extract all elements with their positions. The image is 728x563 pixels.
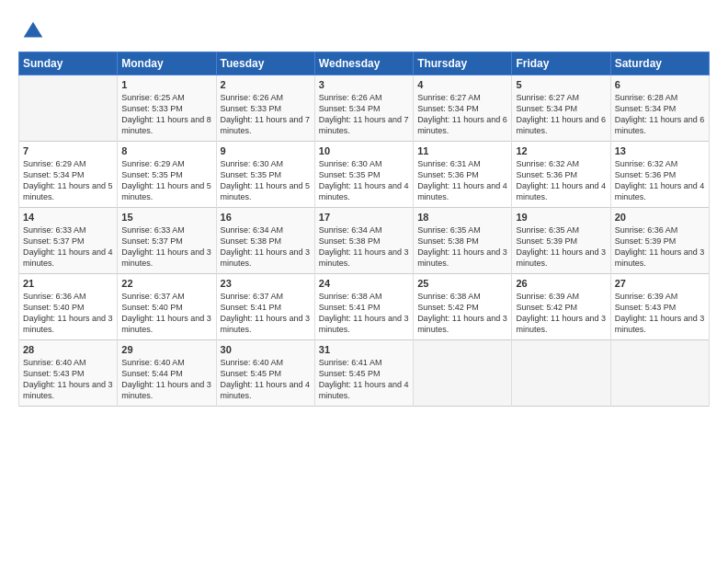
day-number: 4 (417, 79, 507, 90)
day-number: 10 (319, 145, 409, 156)
calendar-cell: 2Sunrise: 6:26 AMSunset: 5:33 PMDaylight… (216, 75, 314, 142)
day-number: 8 (121, 145, 211, 156)
calendar-cell: 28Sunrise: 6:40 AMSunset: 5:43 PMDayligh… (19, 340, 118, 407)
cell-info: Sunrise: 6:38 AMSunset: 5:41 PMDaylight:… (319, 291, 409, 336)
day-number: 20 (615, 212, 705, 223)
cell-info: Sunrise: 6:25 AMSunset: 5:33 PMDaylight:… (121, 92, 211, 137)
week-row-0: 1Sunrise: 6:25 AMSunset: 5:33 PMDaylight… (19, 75, 710, 142)
day-number: 19 (516, 212, 606, 223)
cell-info: Sunrise: 6:31 AMSunset: 5:36 PMDaylight:… (417, 158, 507, 203)
day-number: 15 (121, 212, 211, 223)
page-container: SundayMondayTuesdayWednesdayThursdayFrid… (0, 0, 728, 416)
day-number: 11 (417, 145, 507, 156)
cell-info: Sunrise: 6:36 AMSunset: 5:39 PMDaylight:… (615, 224, 705, 270)
day-number: 9 (221, 145, 311, 156)
day-number: 24 (319, 278, 409, 289)
day-number: 23 (221, 278, 311, 289)
calendar-cell: 12Sunrise: 6:32 AMSunset: 5:36 PMDayligh… (512, 142, 610, 208)
calendar-cell: 21Sunrise: 6:36 AMSunset: 5:40 PMDayligh… (19, 274, 118, 340)
calendar-cell: 5Sunrise: 6:27 AMSunset: 5:34 PMDaylight… (512, 75, 610, 142)
logo (18, 18, 46, 44)
col-header-tuesday: Tuesday (216, 52, 314, 75)
calendar-cell: 3Sunrise: 6:26 AMSunset: 5:34 PMDaylight… (314, 75, 413, 142)
cell-info: Sunrise: 6:34 AMSunset: 5:38 PMDaylight:… (221, 224, 311, 270)
calendar-header-row: SundayMondayTuesdayWednesdayThursdayFrid… (19, 52, 710, 75)
cell-info: Sunrise: 6:34 AMSunset: 5:38 PMDaylight:… (319, 224, 409, 270)
calendar-cell: 18Sunrise: 6:35 AMSunset: 5:38 PMDayligh… (414, 208, 512, 274)
calendar-cell (610, 340, 709, 407)
cell-info: Sunrise: 6:29 AMSunset: 5:34 PMDaylight:… (23, 158, 113, 203)
day-number: 22 (121, 278, 211, 289)
cell-info: Sunrise: 6:27 AMSunset: 5:34 PMDaylight:… (516, 92, 606, 137)
week-row-3: 21Sunrise: 6:36 AMSunset: 5:40 PMDayligh… (19, 274, 710, 340)
day-number: 26 (516, 278, 606, 289)
week-row-1: 7Sunrise: 6:29 AMSunset: 5:34 PMDaylight… (19, 142, 710, 208)
day-number: 7 (23, 145, 113, 156)
cell-info: Sunrise: 6:37 AMSunset: 5:40 PMDaylight:… (121, 291, 211, 336)
week-row-2: 14Sunrise: 6:33 AMSunset: 5:37 PMDayligh… (19, 208, 710, 274)
calendar-cell: 30Sunrise: 6:40 AMSunset: 5:45 PMDayligh… (216, 340, 314, 407)
calendar-cell: 29Sunrise: 6:40 AMSunset: 5:44 PMDayligh… (118, 340, 216, 407)
calendar-cell: 27Sunrise: 6:39 AMSunset: 5:43 PMDayligh… (610, 274, 709, 340)
calendar-table: SundayMondayTuesdayWednesdayThursdayFrid… (18, 52, 710, 407)
day-number: 30 (221, 344, 311, 355)
calendar-cell: 31Sunrise: 6:41 AMSunset: 5:45 PMDayligh… (314, 340, 413, 407)
calendar-cell: 19Sunrise: 6:35 AMSunset: 5:39 PMDayligh… (512, 208, 610, 274)
cell-info: Sunrise: 6:33 AMSunset: 5:37 PMDaylight:… (23, 224, 113, 270)
day-number: 16 (221, 212, 311, 223)
cell-info: Sunrise: 6:40 AMSunset: 5:45 PMDaylight:… (221, 357, 311, 402)
calendar-cell: 9Sunrise: 6:30 AMSunset: 5:35 PMDaylight… (216, 142, 314, 208)
col-header-saturday: Saturday (610, 52, 709, 75)
day-number: 18 (417, 212, 507, 223)
calendar-cell: 8Sunrise: 6:29 AMSunset: 5:35 PMDaylight… (118, 142, 216, 208)
day-number: 5 (516, 79, 606, 90)
calendar-cell (414, 340, 512, 407)
calendar-cell: 13Sunrise: 6:32 AMSunset: 5:36 PMDayligh… (610, 142, 709, 208)
calendar-cell: 24Sunrise: 6:38 AMSunset: 5:41 PMDayligh… (314, 274, 413, 340)
cell-info: Sunrise: 6:29 AMSunset: 5:35 PMDaylight:… (121, 158, 211, 203)
cell-info: Sunrise: 6:26 AMSunset: 5:33 PMDaylight:… (221, 92, 311, 137)
col-header-monday: Monday (118, 52, 216, 75)
logo-icon (20, 18, 46, 44)
cell-info: Sunrise: 6:40 AMSunset: 5:43 PMDaylight:… (23, 357, 113, 402)
cell-info: Sunrise: 6:33 AMSunset: 5:37 PMDaylight:… (121, 224, 211, 270)
calendar-cell: 23Sunrise: 6:37 AMSunset: 5:41 PMDayligh… (216, 274, 314, 340)
week-row-4: 28Sunrise: 6:40 AMSunset: 5:43 PMDayligh… (19, 340, 710, 407)
day-number: 27 (615, 278, 705, 289)
day-number: 21 (23, 278, 113, 289)
cell-info: Sunrise: 6:26 AMSunset: 5:34 PMDaylight:… (319, 92, 409, 137)
calendar-cell: 4Sunrise: 6:27 AMSunset: 5:34 PMDaylight… (414, 75, 512, 142)
header (18, 15, 710, 44)
cell-info: Sunrise: 6:35 AMSunset: 5:39 PMDaylight:… (516, 224, 606, 270)
calendar-cell: 6Sunrise: 6:28 AMSunset: 5:34 PMDaylight… (610, 75, 709, 142)
day-number: 14 (23, 212, 113, 223)
calendar-cell: 14Sunrise: 6:33 AMSunset: 5:37 PMDayligh… (19, 208, 118, 274)
calendar-cell: 25Sunrise: 6:38 AMSunset: 5:42 PMDayligh… (414, 274, 512, 340)
col-header-thursday: Thursday (414, 52, 512, 75)
cell-info: Sunrise: 6:39 AMSunset: 5:43 PMDaylight:… (615, 291, 705, 336)
day-number: 25 (417, 278, 507, 289)
cell-info: Sunrise: 6:28 AMSunset: 5:34 PMDaylight:… (615, 92, 705, 137)
cell-info: Sunrise: 6:32 AMSunset: 5:36 PMDaylight:… (516, 158, 606, 203)
calendar-cell: 1Sunrise: 6:25 AMSunset: 5:33 PMDaylight… (118, 75, 216, 142)
cell-info: Sunrise: 6:30 AMSunset: 5:35 PMDaylight:… (319, 158, 409, 203)
day-number: 17 (319, 212, 409, 223)
cell-info: Sunrise: 6:36 AMSunset: 5:40 PMDaylight:… (23, 291, 113, 336)
col-header-sunday: Sunday (19, 52, 118, 75)
calendar-cell: 17Sunrise: 6:34 AMSunset: 5:38 PMDayligh… (314, 208, 413, 274)
day-number: 31 (319, 344, 409, 355)
svg-marker-0 (24, 22, 43, 38)
calendar-cell: 26Sunrise: 6:39 AMSunset: 5:42 PMDayligh… (512, 274, 610, 340)
day-number: 28 (23, 344, 113, 355)
cell-info: Sunrise: 6:30 AMSunset: 5:35 PMDaylight:… (221, 158, 311, 203)
cell-info: Sunrise: 6:39 AMSunset: 5:42 PMDaylight:… (516, 291, 606, 336)
cell-info: Sunrise: 6:35 AMSunset: 5:38 PMDaylight:… (417, 224, 507, 270)
cell-info: Sunrise: 6:32 AMSunset: 5:36 PMDaylight:… (615, 158, 705, 203)
day-number: 2 (221, 79, 311, 90)
calendar-cell: 22Sunrise: 6:37 AMSunset: 5:40 PMDayligh… (118, 274, 216, 340)
cell-info: Sunrise: 6:37 AMSunset: 5:41 PMDaylight:… (221, 291, 311, 336)
cell-info: Sunrise: 6:40 AMSunset: 5:44 PMDaylight:… (121, 357, 211, 402)
day-number: 13 (615, 145, 705, 156)
cell-info: Sunrise: 6:41 AMSunset: 5:45 PMDaylight:… (319, 357, 409, 402)
col-header-friday: Friday (512, 52, 610, 75)
